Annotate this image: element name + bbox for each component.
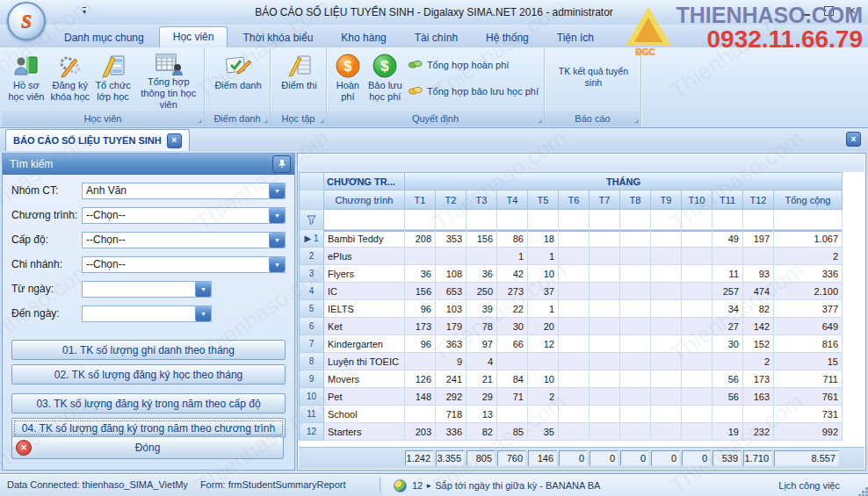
program-name-cell[interactable]: School <box>324 406 405 423</box>
program-name-cell[interactable]: Flyers <box>324 265 405 283</box>
program-name-cell[interactable]: Starters <box>324 423 405 441</box>
pin-icon[interactable] <box>272 155 291 173</box>
month-value-cell[interactable]: 12 <box>528 335 559 353</box>
month-value-cell[interactable] <box>682 230 712 248</box>
dropdown-field[interactable]: --Chọn--▼ <box>82 256 286 273</box>
dang-ky-khoa-hoc-button[interactable]: Đăng ký khóa học <box>49 50 91 110</box>
resize-grip[interactable] <box>862 491 864 493</box>
month-value-cell[interactable] <box>405 353 436 370</box>
row-total-cell[interactable]: 2.100 <box>774 283 843 300</box>
row-total-cell[interactable]: 992 <box>774 423 843 441</box>
program-name-cell[interactable]: IELTS <box>324 300 405 318</box>
chevron-down-icon[interactable]: ▼ <box>269 257 285 272</box>
month-value-cell[interactable] <box>590 335 620 353</box>
row-indicator[interactable]: 7 <box>300 335 324 353</box>
month-value-cell[interactable]: 96 <box>405 335 436 353</box>
month-value-cell[interactable]: 39 <box>467 300 497 318</box>
tong-hop-bao-luu-hoc-phi-link[interactable]: Tổng hợp bảo lưu học phí <box>405 83 542 99</box>
month-value-cell[interactable] <box>651 265 682 283</box>
month-value-cell[interactable] <box>559 353 590 370</box>
month-value-cell[interactable] <box>620 300 651 318</box>
filter-cell[interactable] <box>559 210 590 230</box>
month-value-cell[interactable]: 71 <box>497 388 528 406</box>
month-value-cell[interactable] <box>682 370 712 388</box>
to-chuc-lop-hoc-button[interactable]: Tổ chức lớp học <box>93 50 134 110</box>
column-header-t8[interactable]: T8 <box>620 190 651 210</box>
row-total-cell[interactable]: 711 <box>774 370 843 388</box>
month-value-cell[interactable] <box>620 423 651 441</box>
tong-hop-hoan-phi-link[interactable]: Tổng hợp hoàn phí <box>405 57 542 73</box>
chevron-down-icon[interactable]: ▼ <box>269 233 285 248</box>
month-value-cell[interactable] <box>651 423 682 441</box>
month-value-cell[interactable]: 82 <box>467 423 497 441</box>
row-indicator[interactable]: 4 <box>300 283 324 300</box>
month-value-cell[interactable]: 42 <box>497 265 528 283</box>
tk-ket-qua-tuyen-sinh-button[interactable]: TK kết quả tuyển sinh <box>549 50 639 104</box>
month-value-cell[interactable]: 86 <box>497 230 528 248</box>
hoan-phi-button[interactable]: $ Hoàn phí <box>330 50 365 110</box>
row-indicator[interactable]: 5 <box>300 300 324 318</box>
month-value-cell[interactable]: 126 <box>405 370 436 388</box>
column-header-t2[interactable]: T2 <box>436 190 467 210</box>
document-tab-close-icon[interactable]: × <box>167 133 182 148</box>
diem-danh-button[interactable]: Điểm danh <box>210 50 266 110</box>
month-value-cell[interactable] <box>651 353 682 370</box>
filter-cell[interactable] <box>436 210 467 230</box>
month-value-cell[interactable] <box>620 283 651 300</box>
column-header-chuong-trinh[interactable]: Chương trình <box>324 190 405 210</box>
row-total-cell[interactable]: 377 <box>774 300 843 318</box>
report-button[interactable]: 03. TK số lượng đăng ký trong năm theo c… <box>11 393 286 413</box>
month-value-cell[interactable] <box>590 300 620 318</box>
chevron-down-icon[interactable]: ▼ <box>195 282 211 297</box>
document-tab[interactable]: BÁO CÁO SỐ LIỆU TUYỂN SINH × <box>5 129 190 151</box>
dialog-launcher-icon[interactable]: ⌟ <box>320 113 324 125</box>
month-value-cell[interactable] <box>620 406 651 423</box>
month-value-cell[interactable] <box>559 230 590 248</box>
month-value-cell[interactable] <box>651 388 682 406</box>
month-value-cell[interactable] <box>405 406 436 423</box>
month-value-cell[interactable]: 173 <box>405 318 436 335</box>
month-value-cell[interactable]: 197 <box>743 230 774 248</box>
filter-cell[interactable] <box>528 210 559 230</box>
month-value-cell[interactable] <box>682 406 712 423</box>
maximize-button[interactable] <box>824 6 834 16</box>
month-value-cell[interactable]: 36 <box>405 265 436 283</box>
row-total-cell[interactable]: 816 <box>774 335 843 353</box>
month-value-cell[interactable] <box>590 353 620 370</box>
filter-cell[interactable] <box>620 210 651 230</box>
month-value-cell[interactable] <box>651 370 682 388</box>
month-value-cell[interactable] <box>651 283 682 300</box>
filter-cell[interactable] <box>324 210 405 230</box>
month-value-cell[interactable]: 13 <box>467 406 497 423</box>
month-value-cell[interactable] <box>712 353 743 370</box>
month-value-cell[interactable]: 1 <box>528 248 559 265</box>
month-value-cell[interactable]: 9 <box>436 353 467 370</box>
month-value-cell[interactable]: 148 <box>405 388 436 406</box>
month-value-cell[interactable]: 156 <box>405 283 436 300</box>
month-value-cell[interactable] <box>620 335 651 353</box>
month-value-cell[interactable] <box>712 406 743 423</box>
row-indicator[interactable]: 11 <box>300 406 324 423</box>
month-value-cell[interactable]: 353 <box>436 230 467 248</box>
month-value-cell[interactable]: 56 <box>712 370 743 388</box>
month-value-cell[interactable] <box>559 388 590 406</box>
month-value-cell[interactable]: 21 <box>467 370 497 388</box>
filter-cell[interactable] <box>774 210 843 230</box>
table-row[interactable]: 5IELTS96103392213482377 <box>300 300 843 318</box>
column-header-t7[interactable]: T7 <box>590 190 620 210</box>
table-row[interactable]: 11School71813731 <box>300 406 843 423</box>
row-total-cell[interactable]: 15 <box>774 353 843 370</box>
table-row[interactable]: 3Flyers361083642101193336 <box>300 265 843 283</box>
row-indicator[interactable]: ▶ 1 <box>300 230 324 248</box>
month-value-cell[interactable]: 179 <box>436 318 467 335</box>
month-value-cell[interactable] <box>620 265 651 283</box>
month-value-cell[interactable] <box>590 318 620 335</box>
month-value-cell[interactable] <box>620 230 651 248</box>
month-value-cell[interactable]: 96 <box>405 300 436 318</box>
row-total-cell[interactable]: 649 <box>774 318 843 335</box>
month-value-cell[interactable] <box>559 265 590 283</box>
filter-cell[interactable] <box>590 210 620 230</box>
month-value-cell[interactable]: 292 <box>436 388 467 406</box>
month-value-cell[interactable] <box>651 318 682 335</box>
month-value-cell[interactable]: 156 <box>467 230 497 248</box>
